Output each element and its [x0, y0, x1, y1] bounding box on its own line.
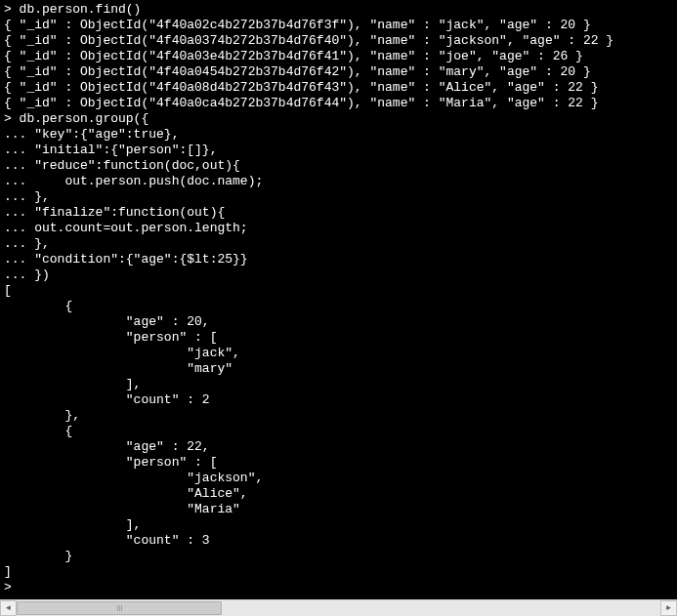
terminal-line: "Alice", [4, 486, 673, 502]
scrollbar-grip-icon [119, 605, 120, 611]
terminal-line: } [4, 549, 673, 564]
terminal-line: ... }, [4, 236, 673, 252]
terminal-line: "jackson", [4, 471, 673, 486]
terminal-line: ], [4, 517, 673, 533]
terminal-line: { "_id" : ObjectId("4f40a03e4b272b37b4d7… [4, 49, 673, 64]
terminal-line: "count" : 2 [4, 392, 673, 408]
scroll-right-button[interactable]: ► [660, 600, 677, 616]
terminal-line: }, [4, 408, 673, 424]
terminal-line: { "_id" : ObjectId("4f40a08d4b272b37b4d7… [4, 80, 673, 96]
terminal-line: ... }) [4, 267, 673, 283]
terminal-line: { [4, 424, 673, 439]
terminal-line: ... out.count=out.person.length; [4, 221, 673, 236]
terminal-line: [ [4, 283, 673, 299]
terminal-line: "Maria" [4, 502, 673, 517]
scrollbar-track[interactable] [17, 600, 660, 616]
terminal-output[interactable]: > db.person.find(){ "_id" : ObjectId("4f… [0, 0, 677, 596]
terminal-line: > db.person.find() [4, 2, 673, 18]
scrollbar-grip-icon [121, 605, 122, 611]
terminal-line: ] [4, 564, 673, 580]
scrollbar-thumb[interactable] [17, 601, 222, 615]
scrollbar-grip-icon [117, 605, 118, 611]
terminal-line: ], [4, 377, 673, 392]
terminal-line: ... "key":{"age":true}, [4, 127, 673, 143]
terminal-line: "age" : 22, [4, 439, 673, 455]
scroll-left-button[interactable]: ◄ [0, 600, 17, 616]
horizontal-scrollbar[interactable]: ◄ ► [0, 599, 677, 616]
terminal-line: { "_id" : ObjectId("4f40a0454b272b37b4d7… [4, 64, 673, 80]
terminal-line: { [4, 299, 673, 314]
terminal-line: ... }, [4, 189, 673, 205]
terminal-line: "jack", [4, 346, 673, 361]
terminal-line: "mary" [4, 361, 673, 377]
terminal-line: "person" : [ [4, 330, 673, 346]
terminal-line: { "_id" : ObjectId("4f40a0ca4b272b37b4d7… [4, 96, 673, 111]
terminal-line: "count" : 3 [4, 533, 673, 549]
terminal-line: ... "initial":{"person":[]}, [4, 143, 673, 158]
terminal-line: { "_id" : ObjectId("4f40a0374b272b37b4d7… [4, 33, 673, 49]
terminal-line: ... "reduce":function(doc,out){ [4, 158, 673, 174]
terminal-line: "person" : [ [4, 455, 673, 471]
terminal-line: "age" : 20, [4, 314, 673, 330]
terminal-line: ... out.person.push(doc.name); [4, 174, 673, 189]
terminal-line: ... "condition":{"age":{$lt:25}} [4, 252, 673, 267]
terminal-line: > [4, 580, 673, 595]
terminal-line: { "_id" : ObjectId("4f40a02c4b272b37b4d7… [4, 18, 673, 33]
terminal-line: ... "finalize":function(out){ [4, 205, 673, 221]
terminal-line: > db.person.group({ [4, 111, 673, 127]
